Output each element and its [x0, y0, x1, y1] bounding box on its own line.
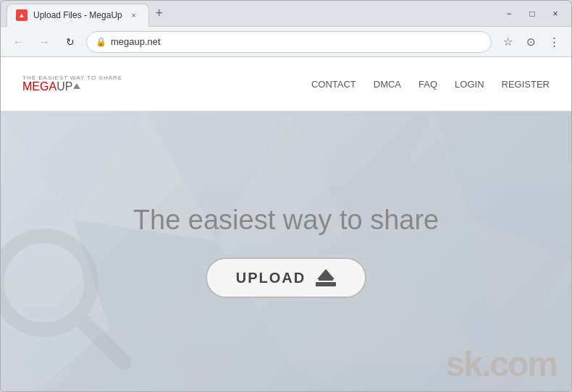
upload-arrow-icon	[317, 269, 335, 279]
svg-marker-7	[362, 220, 506, 364]
nav-faq[interactable]: FAQ	[419, 79, 437, 90]
site-nav-links: CONTACT DMCA FAQ LOGIN REGISTER	[311, 79, 550, 90]
title-bar: ▲ Upload Files - MegaUp × + − □ ×	[1, 1, 571, 27]
tab-favicon: ▲	[16, 9, 28, 21]
upload-button[interactable]: UPLOAD	[206, 257, 366, 298]
bookmark-button[interactable]: ☆	[497, 32, 518, 52]
nav-register[interactable]: REGISTER	[502, 79, 550, 90]
menu-button[interactable]: ⋮	[544, 32, 564, 52]
account-button[interactable]: ⊙	[521, 32, 541, 52]
upload-icon	[316, 269, 336, 286]
address-bar: ← → ↻ 🔒 megaup.net ☆ ⊙ ⋮	[1, 27, 571, 57]
tab-title: Upload Files - MegaUp	[33, 10, 122, 20]
new-tab-button[interactable]: +	[149, 4, 169, 24]
minimize-button[interactable]: −	[499, 7, 519, 21]
upload-label: UPLOAD	[236, 270, 306, 286]
lock-icon: 🔒	[96, 37, 106, 47]
url-bar[interactable]: 🔒 megaup.net	[86, 31, 492, 53]
back-button[interactable]: ←	[8, 32, 28, 52]
svg-marker-11	[506, 255, 571, 391]
forward-button[interactable]: →	[34, 32, 54, 52]
geo-background	[1, 111, 571, 391]
webpage: THE EASIEST WAY TO SHARE MEGAUP CONTACT …	[1, 57, 571, 391]
refresh-button[interactable]: ↻	[60, 32, 80, 52]
logo-mega: MEGA	[22, 80, 56, 93]
logo-arrow-icon	[73, 83, 80, 89]
url-text: megaup.net	[111, 36, 161, 47]
hero-section: The easiest way to share UPLOAD sk.com	[1, 111, 571, 391]
window-controls: − □ ×	[499, 7, 565, 21]
nav-login[interactable]: LOGIN	[455, 79, 484, 90]
upload-bar-icon	[319, 278, 333, 281]
tab-close-button[interactable]: ×	[128, 9, 140, 21]
browser-window: ▲ Upload Files - MegaUp × + − □ × ← → ↻ …	[0, 0, 572, 392]
maximize-button[interactable]: □	[522, 7, 542, 21]
site-logo: THE EASIEST WAY TO SHARE MEGAUP	[22, 75, 122, 93]
site-navbar: THE EASIEST WAY TO SHARE MEGAUP CONTACT …	[1, 57, 571, 111]
nav-contact[interactable]: CONTACT	[311, 79, 356, 90]
logo-wordmark: MEGAUP	[22, 81, 122, 93]
logo-up: UP	[56, 80, 80, 93]
upload-tray-icon	[316, 282, 336, 286]
hero-title: The easiest way to share	[133, 205, 439, 236]
close-button[interactable]: ×	[545, 7, 565, 21]
browser-tab[interactable]: ▲ Upload Files - MegaUp ×	[7, 4, 149, 27]
address-icons: ☆ ⊙ ⋮	[497, 32, 564, 52]
nav-dmca[interactable]: DMCA	[374, 79, 401, 90]
